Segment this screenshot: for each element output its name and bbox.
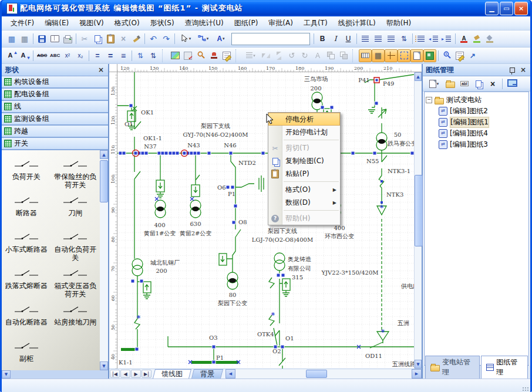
export-drawing-button[interactable]: [506, 77, 518, 90]
insert-picture-button[interactable]: [169, 49, 181, 62]
scrollbar-thumb[interactable]: [100, 160, 108, 202]
validate-diagram-button[interactable]: [181, 49, 194, 62]
tree-item[interactable]: ⇄[编辑]图纸2: [426, 106, 527, 117]
shrink-font-button[interactable]: A: [18, 49, 31, 62]
context-menu-item[interactable]: 复制绘图(C): [268, 154, 340, 167]
cut-button[interactable]: ✂: [78, 32, 91, 45]
context-menu-item[interactable]: 数据(D)▶: [268, 196, 340, 209]
menu-形状(S)[interactable]: 形状(S): [145, 17, 180, 29]
ruler-toggle-button[interactable]: [359, 49, 372, 62]
sheet-nav-button[interactable]: ◀: [120, 370, 130, 378]
outdent-button[interactable]: [427, 32, 440, 45]
tree-root[interactable]: −测试变电站: [426, 94, 527, 106]
redo-button[interactable]: ↷: [160, 32, 173, 45]
overview-toggle-button[interactable]: [423, 49, 436, 62]
drawings-panel-close-icon[interactable]: ×: [519, 66, 527, 74]
font-combobox[interactable]: [231, 33, 310, 45]
strikethrough-button[interactable]: ABC: [35, 49, 48, 62]
shape-group-线[interactable]: 线: [2, 101, 108, 113]
properties-button[interactable]: [453, 49, 466, 62]
bold-button[interactable]: B: [316, 32, 329, 45]
edit-note-button[interactable]: [220, 49, 233, 62]
indent-button[interactable]: [440, 32, 453, 45]
context-menu-item[interactable]: 粘贴(P): [268, 167, 340, 180]
delete-drawing-button[interactable]: ×: [486, 77, 499, 90]
minimize-button[interactable]: ▁: [485, 2, 499, 15]
menu-工具(T)[interactable]: 工具(T): [298, 17, 333, 29]
save-button[interactable]: [35, 32, 48, 45]
tree-item[interactable]: ⇄[编辑]图纸1: [426, 117, 527, 128]
shape-item[interactable]: 副柜: [2, 338, 51, 374]
shape-item[interactable]: 刀闸: [51, 192, 100, 229]
shape-item[interactable]: 带保险丝的负荷开关: [51, 156, 100, 192]
open-drawing-button[interactable]: [444, 77, 457, 90]
canvas-vscrollbar[interactable]: ▲ ▼: [414, 72, 422, 369]
font-color-button[interactable]: A: [457, 32, 470, 45]
text-tool-button[interactable]: A▾: [212, 32, 230, 45]
scroll-down-icon[interactable]: ▼: [100, 361, 108, 370]
menu-查询统计(U)[interactable]: 查询统计(U): [180, 17, 229, 29]
shape-group-开关[interactable]: 开关: [2, 138, 108, 150]
shape-group-构筑设备组[interactable]: 构筑设备组: [2, 76, 108, 89]
rename-drawing-button[interactable]: abl: [458, 77, 471, 90]
grid-toggle-button[interactable]: ▦: [372, 49, 385, 62]
shape-group-配电设备组[interactable]: 配电设备组: [2, 89, 108, 101]
shape-item[interactable]: 断路器: [2, 192, 51, 229]
shape-item[interactable]: 小车式断路器: [2, 229, 51, 265]
menu-编辑(E)[interactable]: 编辑(E): [39, 17, 74, 29]
restore-button[interactable]: ▭: [500, 2, 513, 15]
paste-button[interactable]: [104, 32, 117, 45]
shape-group-跨越[interactable]: 跨越: [2, 126, 108, 138]
resize-grip[interactable]: [522, 387, 529, 392]
shape-group-监测设备组[interactable]: 监测设备组: [2, 113, 108, 126]
menu-审批(A)[interactable]: 审批(A): [263, 17, 298, 29]
context-menu-item[interactable]: 格式(O)▶: [268, 183, 340, 196]
bullets-button[interactable]: [415, 32, 427, 45]
delete-button[interactable]: ×: [117, 32, 130, 45]
line-color-button[interactable]: [470, 32, 483, 45]
align-left-button[interactable]: [359, 32, 372, 45]
new-drawing-button[interactable]: ▾: [425, 77, 443, 90]
canvas-vscroll-thumb[interactable]: [415, 175, 423, 246]
zoom-button[interactable]: [440, 49, 453, 62]
stamp-button[interactable]: [207, 49, 220, 62]
vertical-text-button[interactable]: ⇅: [398, 32, 410, 45]
context-menu-item[interactable]: 开始停电计划: [268, 126, 340, 138]
page-break-toggle-button[interactable]: [410, 49, 423, 62]
grow-font-button[interactable]: A: [5, 49, 18, 62]
copy-drawing-button[interactable]: [472, 77, 485, 90]
shape-item[interactable]: 跌落式熔断器: [2, 265, 51, 302]
italic-button[interactable]: I: [329, 32, 342, 45]
subscript-button[interactable]: x₂: [74, 49, 87, 62]
shape-item[interactable]: 自动化负荷开关: [51, 229, 100, 265]
line-spacing-double-button[interactable]: ≡: [117, 49, 130, 62]
sheet-nav-button[interactable]: ▶: [131, 370, 141, 378]
shapes-scrollbar[interactable]: ▲ ▼: [100, 150, 108, 370]
pointer-tool-button[interactable]: ▾: [177, 32, 194, 45]
canvas-scroll-right-icon[interactable]: ▶: [412, 369, 422, 379]
menu-视图(V)[interactable]: 视图(V): [74, 17, 109, 29]
format-painter-button[interactable]: [130, 32, 143, 45]
sheet-nav-button[interactable]: ▶|: [142, 370, 151, 378]
print-button[interactable]: [61, 32, 74, 45]
tree-collapse-icon[interactable]: −: [426, 97, 432, 103]
panel-tab-图纸管理[interactable]: 图纸管理: [481, 356, 528, 379]
copy-button[interactable]: [91, 32, 104, 45]
tree-item[interactable]: ⇄[编辑]图纸3: [426, 139, 527, 150]
close-button[interactable]: ×: [514, 2, 528, 15]
menu-格式(O)[interactable]: 格式(O): [109, 17, 145, 29]
new-diagram-button[interactable]: ▦: [5, 32, 18, 45]
menu-帮助(H)[interactable]: 帮助(H): [381, 17, 416, 29]
canvas-scroll-down-icon[interactable]: ▼: [415, 360, 422, 369]
menu-线损计算(L)[interactable]: 线损计算(L): [333, 17, 381, 29]
connector-tool-button[interactable]: ▾: [194, 32, 212, 45]
align-right-button[interactable]: [385, 32, 398, 45]
fill-color-button[interactable]: [483, 32, 496, 45]
space-after-button[interactable]: ⇅: [147, 49, 160, 62]
guides-toggle-button[interactable]: [385, 49, 398, 62]
shape-item[interactable]: 箱式变压器负荷开关: [51, 265, 100, 302]
sheet-tab-背景[interactable]: 背景: [191, 369, 223, 379]
data-table-button[interactable]: ▦: [18, 32, 31, 45]
canvas-hscrollbar[interactable]: ◀ ▶: [225, 369, 422, 379]
align-center-button[interactable]: [372, 32, 385, 45]
